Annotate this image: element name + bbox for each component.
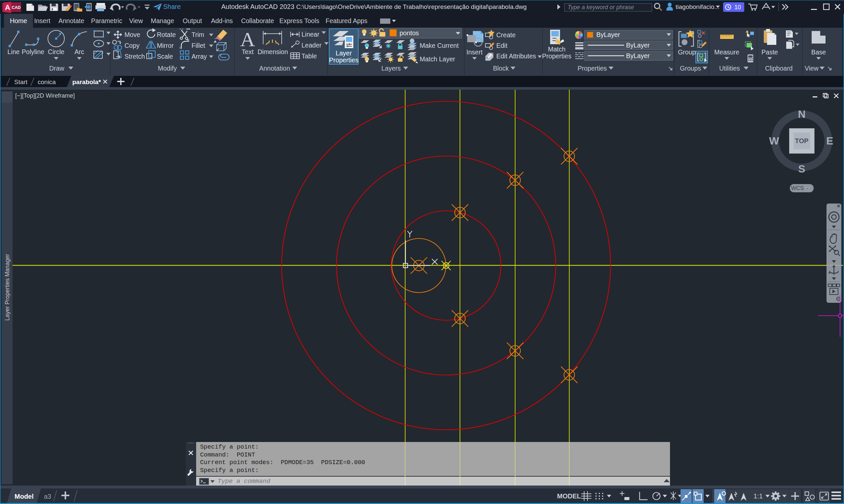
svg-text:N: N bbox=[798, 108, 805, 120]
svg-text:E: E bbox=[826, 135, 833, 147]
svg-text:a3: a3 bbox=[44, 493, 51, 500]
svg-text:TOP: TOP bbox=[795, 137, 809, 144]
svg-text:W: W bbox=[769, 135, 779, 147]
svg-text:Model: Model bbox=[15, 493, 34, 500]
svg-text:MODEL: MODEL bbox=[557, 492, 581, 500]
svg-text:WCS: WCS bbox=[791, 185, 804, 191]
svg-text:1:1: 1:1 bbox=[754, 492, 763, 500]
svg-text:S: S bbox=[798, 163, 805, 175]
